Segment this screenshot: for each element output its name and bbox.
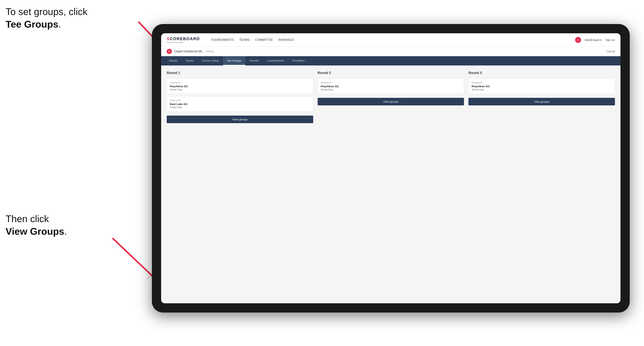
- round-1-course-b-type: Stroke Play: [170, 106, 310, 109]
- tab-printables[interactable]: Printables: [288, 56, 309, 65]
- sub-header: C Clippd Invitational (M... Hosting Canc…: [161, 47, 620, 56]
- round-1-view-groups-button[interactable]: View groups: [167, 116, 313, 123]
- round-2-course-a-label: (Course A): [321, 81, 461, 84]
- round-1-course-a-name: Peachtree GC: [170, 85, 310, 88]
- round-3-column: Round 3 (Course A) Peachtree GC Stroke P…: [468, 71, 615, 298]
- tab-tee-groups[interactable]: Tee Groups: [223, 56, 246, 65]
- tab-teams[interactable]: Teams: [182, 56, 198, 65]
- round-1-course-b-card: (Course B) East Lake GC Stroke Play: [167, 96, 313, 112]
- logo-area: SCOREBOARD Powered by clippit: [167, 36, 200, 43]
- tab-details[interactable]: Details: [165, 56, 182, 65]
- tournament-name: Clippd Invitational (M...: [174, 50, 204, 53]
- logo-text: SCOREBOARD: [167, 36, 200, 41]
- tab-course-setup[interactable]: Course Setup: [198, 56, 223, 65]
- round-3-course-a-name: Peachtree GC: [472, 85, 612, 88]
- instruction-top-period: .: [58, 19, 61, 30]
- tournament-logo: C: [167, 49, 172, 54]
- tab-results[interactable]: Results: [246, 56, 263, 65]
- svg-line-2: [113, 239, 152, 276]
- tab-nav: Details Teams Course Setup Tee Groups Re…: [161, 56, 620, 65]
- tab-leaderboards[interactable]: Leaderboards: [263, 56, 288, 65]
- round-3-course-a-type: Stroke Play: [472, 88, 612, 91]
- round-2-view-groups-button[interactable]: View groups: [318, 98, 464, 105]
- round-1-course-a-card: (Course A) Peachtree GC Stroke Play: [167, 79, 313, 94]
- round-3-course-a-label: (Course A): [472, 81, 612, 84]
- instruction-bottom: Then click View Groups.: [6, 213, 67, 238]
- tournament-initial: C: [168, 50, 170, 53]
- tablet-device: SCOREBOARD Powered by clippit TOURNAMENT…: [152, 24, 630, 313]
- nav-teams[interactable]: TEAMS: [239, 37, 250, 42]
- top-nav: SCOREBOARD Powered by clippit TOURNAMENT…: [161, 33, 620, 47]
- nav-rankings[interactable]: RANKINGS: [278, 37, 294, 42]
- instruction-top: To set groups, click Tee Groups.: [6, 5, 88, 30]
- round-3-view-groups-button[interactable]: View groups: [468, 98, 615, 105]
- instruction-top-line2: Tee Groups: [6, 19, 58, 30]
- nav-tournaments[interactable]: TOURNAMENTS: [211, 37, 234, 42]
- instruction-bottom-line1: Then click: [6, 213, 49, 224]
- sign-out-link[interactable]: Sign out: [606, 38, 615, 41]
- round-1-course-a-label: (Course A): [170, 81, 310, 84]
- nav-committee[interactable]: COMMITTEE: [255, 37, 273, 42]
- nav-right: B blair@clippd.io Sign out: [575, 37, 615, 43]
- hosting-badge: Hosting: [206, 50, 214, 53]
- cancel-button[interactable]: Cancel: [606, 50, 615, 53]
- nav-links: TOURNAMENTS TEAMS COMMITTEE RANKINGS: [211, 37, 568, 42]
- round-1-course-b-name: East Lake GC: [170, 102, 310, 106]
- round-2-course-a-card: (Course A) Peachtree GC Stroke Play: [318, 79, 464, 94]
- round-1-course-b-label: (Course B): [170, 99, 310, 102]
- round-2-course-a-type: Stroke Play: [321, 88, 461, 91]
- round-3-course-a-card: (Course A) Peachtree GC Stroke Play: [468, 79, 615, 94]
- logo-sub: Powered by clippit: [167, 41, 200, 43]
- tablet-screen: SCOREBOARD Powered by clippit TOURNAMENT…: [161, 33, 620, 303]
- logo-c-letter: S: [167, 36, 170, 41]
- round-1-title: Round 1: [167, 71, 313, 75]
- main-content: Round 1 (Course A) Peachtree GC Stroke P…: [161, 65, 620, 303]
- user-email: blair@clippd.io: [585, 38, 602, 41]
- round-3-title: Round 3: [468, 71, 615, 75]
- user-avatar: B: [575, 37, 581, 43]
- instruction-bottom-period: .: [64, 226, 67, 237]
- round-1-column: Round 1 (Course A) Peachtree GC Stroke P…: [167, 71, 313, 298]
- round-2-course-a-name: Peachtree GC: [321, 85, 461, 88]
- instruction-bottom-line2: View Groups: [6, 226, 64, 237]
- instruction-top-line1: To set groups, click: [6, 6, 88, 17]
- round-2-column: Round 2 (Course A) Peachtree GC Stroke P…: [318, 71, 464, 298]
- round-2-title: Round 2: [318, 71, 464, 75]
- round-1-course-a-type: Stroke Play: [170, 88, 310, 91]
